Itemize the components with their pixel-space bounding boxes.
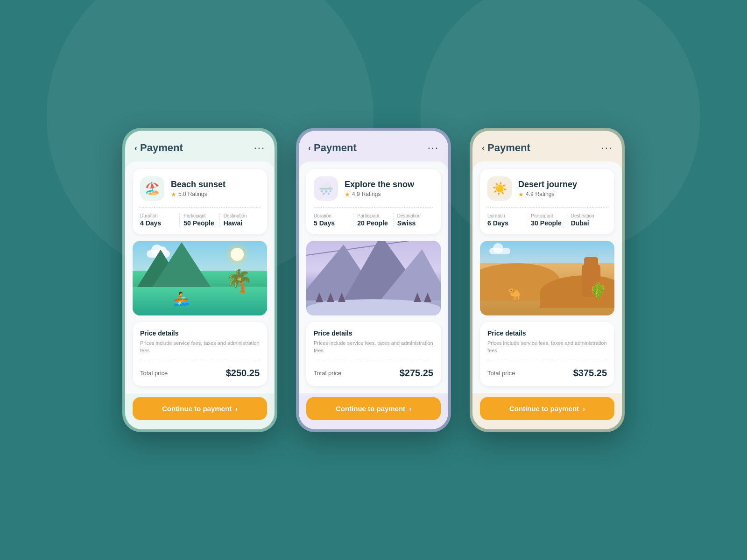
beach-continue-label: Continue to payment (162, 405, 232, 413)
snow-trip-header: 🌨️ Explore the snow ★ 4.9 Ratings (314, 176, 433, 201)
desert-star-icon: ★ (518, 191, 524, 198)
beach-palm-icon: 🌴 (225, 268, 253, 294)
desert-header: ‹ Payment ··· (472, 131, 622, 161)
beach-back-button[interactable]: ‹ Payment (134, 142, 183, 154)
phone-snow: ‹ Payment ··· 🌨️ Explore the snow ★ 4.9 (299, 131, 448, 429)
beach-trip-header: 🏖️ Beach sunset ★ 5.0 Ratings (140, 176, 260, 201)
beach-participant-value: 50 People (183, 219, 215, 227)
desert-continue-button[interactable]: Continue to payment › (480, 397, 614, 420)
beach-header-title: Payment (140, 142, 183, 154)
beach-price-total: Total price $250.25 (140, 368, 260, 378)
snow-participant-item: Participant 20 People (353, 213, 393, 227)
beach-rating-label: Ratings (188, 191, 207, 197)
phone-desert-wrapper: ‹ Payment ··· ☀️ Desert journey ★ 4.9 (470, 128, 625, 432)
snow-header: ‹ Payment ··· (299, 131, 448, 161)
snow-mountain3 (380, 249, 441, 301)
snow-trees-right (414, 293, 431, 302)
desert-scene: 🌵 🐪 (480, 241, 614, 315)
phone-beach: ‹ Payment ··· 🏖️ Beach sunset ★ 5.0 (125, 131, 275, 429)
beach-phone-bottom: Continue to payment › (125, 393, 275, 429)
beach-duration-label: Duration (140, 213, 176, 218)
beach-continue-button[interactable]: Continue to payment › (133, 397, 267, 420)
desert-chevron-icon: ‹ (482, 143, 485, 153)
snow-star-icon: ★ (345, 191, 350, 198)
snow-participant-label: Participant (357, 213, 389, 218)
desert-destination-label: Destination (571, 213, 603, 218)
beach-duration-value: 4 Days (140, 219, 176, 227)
snow-phone-bottom: Continue to payment › (299, 393, 448, 429)
beach-price-title: Price details (140, 329, 260, 337)
beach-trip-card: 🏖️ Beach sunset ★ 5.0 Ratings Du (133, 169, 267, 234)
desert-price-total: Total price $375.25 (487, 368, 607, 378)
phones-container: ‹ Payment ··· 🏖️ Beach sunset ★ 5.0 (122, 128, 625, 432)
desert-price-section: Price details Prices include service fee… (480, 322, 614, 386)
desert-trip-rating: ★ 4.9 Ratings (518, 191, 577, 198)
snow-trip-card: 🌨️ Explore the snow ★ 4.9 Ratings (306, 169, 441, 234)
desert-phone-bottom: Continue to payment › (472, 393, 622, 429)
desert-price-title: Price details (487, 329, 607, 337)
beach-continue-arrow-icon: › (235, 405, 238, 413)
desert-rating-value: 4.9 (526, 191, 534, 197)
snow-scene: 🚡 (306, 241, 441, 315)
beach-trip-icon: 🏖️ (140, 176, 164, 201)
beach-price-divider (140, 361, 260, 361)
beach-destination-label: Destination (224, 213, 256, 218)
desert-trip-header: ☀️ Desert journey ★ 4.9 Ratings (487, 176, 607, 201)
snow-destination-value: Swiss (397, 219, 430, 227)
beach-price-section: Price details Prices include service fee… (133, 322, 267, 386)
snow-trees-left (316, 293, 345, 302)
beach-header: ‹ Payment ··· (125, 131, 275, 161)
snow-participant-value: 20 People (357, 219, 389, 227)
beach-destination-item: Destination Hawai (220, 213, 260, 227)
beach-trip-rating: ★ 5.0 Ratings (171, 191, 226, 198)
desert-back-button[interactable]: ‹ Payment (482, 142, 530, 154)
desert-participant-label: Participant (531, 213, 563, 218)
desert-destination-item: Destination Dubai (567, 213, 607, 227)
beach-scene: 🚣 🌴 (133, 241, 267, 315)
desert-total-amount: $375.25 (573, 368, 607, 378)
beach-total-label: Total price (140, 370, 168, 377)
desert-trip-card: ☀️ Desert journey ★ 4.9 Ratings D (480, 169, 614, 234)
desert-menu-dots[interactable]: ··· (601, 142, 613, 154)
snow-rating-value: 4.9 (352, 191, 360, 197)
desert-duration-label: Duration (487, 213, 523, 218)
beach-destination-value: Hawai (224, 219, 256, 227)
snow-duration-item: Duration 5 Days (314, 213, 353, 227)
snow-illustration: 🚡 (306, 241, 441, 315)
snow-price-title: Price details (314, 329, 433, 337)
snow-content: 🌨️ Explore the snow ★ 4.9 Ratings (299, 161, 448, 393)
desert-cloud (489, 248, 510, 254)
beach-total-amount: $250.25 (226, 368, 260, 378)
beach-content: 🏖️ Beach sunset ★ 5.0 Ratings Du (125, 161, 275, 393)
snow-trip-rating: ★ 4.9 Ratings (345, 191, 414, 198)
snow-total-label: Total price (314, 370, 341, 377)
snow-menu-dots[interactable]: ··· (428, 142, 439, 154)
snow-back-button[interactable]: ‹ Payment (308, 142, 357, 154)
desert-price-desc: Prices include service fees, taxes and a… (487, 340, 607, 354)
beach-boat-icon: 🚣 (172, 290, 190, 307)
beach-participant-item: Participant 50 People (180, 213, 219, 227)
desert-trip-title: Desert journey (518, 180, 577, 189)
snow-tree1 (316, 293, 323, 302)
beach-menu-dots[interactable]: ··· (254, 142, 265, 154)
snow-total-amount: $275.25 (400, 368, 433, 378)
snow-continue-arrow-icon: › (409, 405, 411, 413)
snow-destination-item: Destination Swiss (394, 213, 433, 227)
snow-trip-icon: 🌨️ (314, 176, 338, 201)
desert-duration-value: 6 Days (487, 219, 523, 227)
snow-tree3 (338, 293, 345, 302)
desert-duration-item: Duration 6 Days (487, 213, 527, 227)
snow-tree5 (424, 293, 431, 302)
snow-tree2 (327, 293, 334, 302)
snow-price-total: Total price $275.25 (314, 368, 433, 378)
desert-continue-label: Continue to payment (509, 405, 579, 413)
beach-price-desc: Prices include service fees, taxes and a… (140, 340, 260, 354)
beach-star-icon: ★ (171, 191, 176, 198)
desert-continue-arrow-icon: › (583, 405, 585, 413)
desert-trip-icon: ☀️ (487, 176, 512, 201)
phone-beach-wrapper: ‹ Payment ··· 🏖️ Beach sunset ★ 5.0 (122, 128, 277, 432)
snow-continue-button[interactable]: Continue to payment › (306, 397, 441, 420)
beach-trip-info: Beach sunset ★ 5.0 Ratings (171, 180, 226, 198)
desert-participant-value: 30 People (531, 219, 563, 227)
beach-sun (231, 248, 244, 261)
